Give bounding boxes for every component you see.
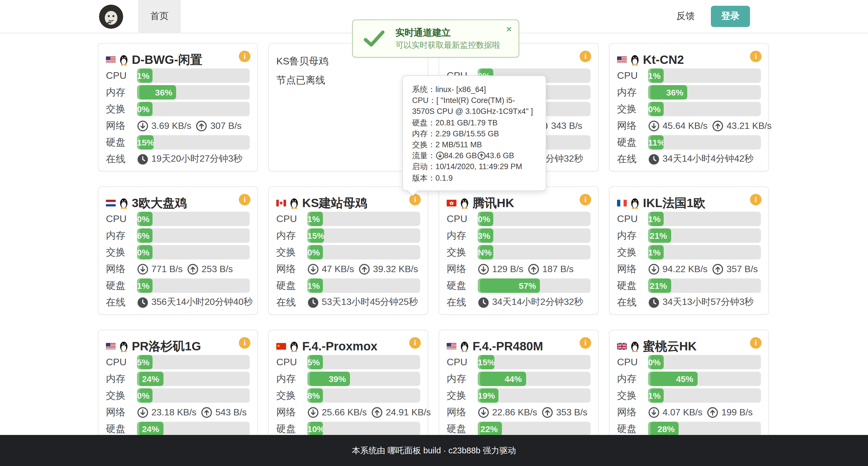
- swap-bar-value: 0%: [137, 245, 153, 260]
- clock-icon: [137, 297, 149, 308]
- swap-row: 交换1%: [617, 388, 761, 403]
- mem-label: 内存: [617, 229, 648, 242]
- cpu-row: CPU0%: [617, 355, 761, 369]
- mem-bar-value: 3%: [478, 228, 493, 243]
- network-down-value: 23.18 KB/s: [151, 407, 196, 418]
- disk-bar-value: 15%: [137, 135, 153, 149]
- server-title-row: F.4.-Proxmox: [276, 338, 420, 355]
- network-row: 网络3.69 KB/s307 B/s: [106, 119, 250, 133]
- tooltip-row-boot: 启动：10/14/2020, 11:49:29 PM: [412, 161, 536, 172]
- disk-row: 硬盘21%: [617, 278, 761, 293]
- online-duration: 34天13小时57分钟3秒: [662, 296, 754, 308]
- cpu-label: CPU: [106, 70, 137, 81]
- online-row: 在线34天14小时2分钟32秒: [447, 295, 591, 309]
- feedback-link[interactable]: 反馈: [676, 10, 695, 23]
- info-icon[interactable]: i: [750, 337, 762, 348]
- cpu-row: CPU1%: [106, 68, 250, 83]
- login-button[interactable]: 登录: [711, 6, 750, 27]
- flag-us-icon: [447, 343, 457, 350]
- swap-bar-track: 1%: [648, 388, 761, 403]
- info-icon[interactable]: i: [750, 194, 762, 205]
- cpu-label: CPU: [447, 213, 478, 225]
- cpu-label: CPU: [106, 357, 137, 368]
- linux-penguin-icon: [630, 341, 640, 352]
- tab-home[interactable]: 首页: [138, 0, 181, 33]
- cpu-label: CPU: [106, 213, 137, 225]
- download-arrow-icon: [137, 263, 149, 275]
- info-icon[interactable]: i: [409, 337, 421, 348]
- close-icon[interactable]: ×: [506, 25, 512, 34]
- flag-ca-icon: [276, 200, 286, 206]
- swap-row: 交换0%: [276, 245, 420, 260]
- info-icon[interactable]: i: [580, 51, 591, 62]
- clock-icon: [648, 153, 660, 165]
- server-name: 3欧大盘鸡: [132, 195, 187, 211]
- mem-bar-fill: 6%: [137, 228, 153, 243]
- network-down-value: 4.07 KB/s: [662, 407, 703, 418]
- info-icon[interactable]: i: [409, 194, 421, 205]
- flag-gb-icon: [617, 343, 627, 350]
- swap-label: 交换: [447, 246, 478, 259]
- disk-label: 硬盘: [106, 279, 137, 292]
- online-duration: 356天14小时20分钟40秒: [151, 296, 253, 308]
- disk-row: 硬盘28%: [617, 422, 761, 436]
- check-icon: [363, 30, 385, 47]
- mem-bar-fill: 15%: [307, 228, 324, 243]
- network-label: 网络: [617, 119, 648, 132]
- cpu-bar-value: 5%: [137, 355, 153, 369]
- swap-label: 交换: [447, 389, 478, 402]
- cpu-row: CPU15%: [447, 355, 591, 369]
- info-icon[interactable]: i: [580, 337, 591, 348]
- mem-bar-fill: 36%: [648, 85, 687, 100]
- server-name: F.4.-Proxmox: [302, 339, 377, 353]
- network-down-value: 94.22 KB/s: [662, 264, 708, 274]
- swap-label: 交换: [617, 389, 648, 402]
- swap-bar-track: 0%: [137, 102, 250, 116]
- network-label: 网络: [106, 406, 137, 419]
- swap-bar-value: 0%: [648, 102, 664, 116]
- network-row: 网络4.07 KB/s199 B/s: [617, 405, 761, 420]
- swap-bar-value: 19%: [478, 388, 498, 403]
- mem-label: 内存: [106, 372, 137, 386]
- online-duration: 53天13小时45分钟25秒: [322, 296, 418, 308]
- swap-bar-fill: 1%: [648, 245, 664, 260]
- online-duration: 34天14小时2分钟32秒: [492, 296, 583, 308]
- network-label: 网络: [106, 262, 137, 275]
- swap-bar-track: 8%: [307, 388, 420, 403]
- cpu-row: CPU1%: [617, 68, 761, 83]
- disk-bar-track: 15%: [137, 135, 250, 149]
- mem-bar-value: 24%: [137, 372, 163, 386]
- logo-avatar[interactable]: [99, 4, 123, 29]
- info-icon[interactable]: i: [239, 51, 250, 62]
- disk-bar-fill: 1%: [137, 278, 153, 293]
- disk-row: 硬盘24%: [106, 422, 250, 436]
- network-down-value: 129 B/s: [492, 264, 524, 274]
- disk-bar-fill: 15%: [137, 135, 153, 149]
- cpu-bar-value: 1%: [307, 212, 323, 226]
- swap-bar-fill: 1%: [648, 388, 664, 403]
- info-icon[interactable]: i: [580, 194, 591, 205]
- swap-label: 交换: [276, 389, 307, 402]
- disk-row: 硬盘11%: [617, 135, 761, 149]
- server-card: D-BWG-闲置iCPU1%内存36%交换0%网络3.69 KB/s307 B/…: [98, 43, 258, 171]
- linux-penguin-icon: [460, 341, 469, 352]
- info-icon[interactable]: i: [239, 337, 250, 348]
- disk-bar-value: 28%: [648, 422, 679, 436]
- mem-bar-value: 21%: [648, 228, 671, 243]
- upload-arrow-icon: [201, 406, 213, 418]
- disk-bar-fill: 10%: [307, 422, 323, 436]
- info-icon[interactable]: i: [750, 51, 762, 62]
- cpu-bar-fill: 1%: [648, 212, 664, 226]
- disk-label: 硬盘: [106, 136, 137, 149]
- server-title-row: IKL法国1欧: [617, 195, 761, 212]
- disk-row: 硬盘22%: [447, 422, 591, 436]
- server-title-row: 腾讯HK: [447, 195, 591, 212]
- network-down-value: 771 B/s: [151, 264, 183, 274]
- swap-bar-track: 19%: [478, 388, 591, 403]
- swap-bar-value: 0%: [137, 388, 153, 403]
- disk-bar-value: 1%: [137, 278, 153, 293]
- info-icon[interactable]: i: [239, 194, 250, 205]
- swap-row: 交换1%: [617, 245, 761, 260]
- network-row: 网络22.86 KB/s353 B/s: [447, 405, 591, 420]
- linux-penguin-icon: [119, 54, 128, 66]
